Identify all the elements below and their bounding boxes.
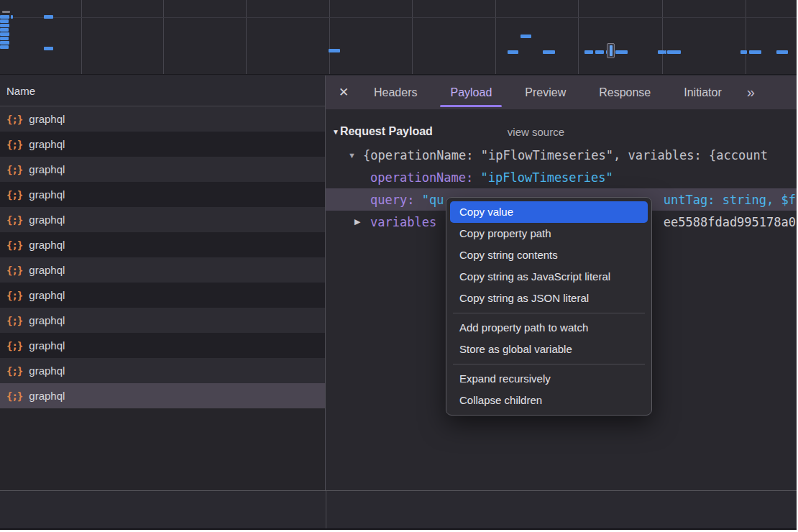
network-activity-bar	[0, 37, 9, 40]
json-request-icon: {;}	[6, 139, 22, 150]
json-request-icon: {;}	[6, 265, 22, 276]
menu-item-store-as-global-variable[interactable]: Store as global variable	[450, 339, 648, 360]
overview-marker-bar	[610, 45, 613, 56]
menu-item-expand-recursively[interactable]: Expand recursively	[450, 368, 648, 390]
overview-gridline	[662, 0, 663, 74]
network-overview-pane[interactable]	[0, 0, 797, 75]
request-row[interactable]: {;}graphql	[0, 308, 325, 333]
network-activity-bar	[740, 50, 747, 54]
request-name: graphql	[29, 163, 65, 175]
network-main-split: Name {;}graphql{;}graphql{;}graphql{;}gr…	[0, 75, 797, 490]
json-request-icon: {;}	[6, 114, 22, 125]
context-menu: Copy valueCopy property pathCopy string …	[446, 197, 652, 416]
network-activity-bar	[658, 50, 664, 54]
request-row[interactable]: {;}graphql	[0, 182, 325, 207]
json-request-icon: {;}	[6, 189, 22, 201]
menu-item-copy-property-path[interactable]: Copy property path	[450, 223, 648, 244]
request-row[interactable]: {;}graphql	[0, 207, 325, 232]
json-request-icon: {;}	[6, 390, 22, 402]
request-row[interactable]: {;}graphql	[0, 333, 325, 358]
request-row[interactable]: {;}graphql	[0, 257, 325, 283]
request-name: graphql	[29, 390, 65, 402]
overview-gridline	[0, 17, 797, 18]
overview-gridline	[163, 0, 164, 74]
request-row[interactable]: {;}graphql	[0, 283, 325, 308]
tab-list: HeadersPayloadPreviewResponseInitiator	[357, 75, 738, 109]
request-row[interactable]: {;}graphql	[0, 157, 325, 182]
overview-gray-bar	[2, 11, 10, 13]
network-activity-bar	[520, 35, 531, 38]
close-icon[interactable]: ✕	[339, 85, 357, 100]
tab-payload[interactable]: Payload	[439, 75, 503, 109]
overview-gridline	[412, 0, 413, 74]
json-request-icon: {;}	[6, 315, 22, 326]
tab-response[interactable]: Response	[587, 75, 662, 109]
menu-item-add-property-path-to-watch[interactable]: Add property path to watch	[450, 317, 648, 339]
tree-root-row[interactable]: ▼ {operationName: "ipFlowTimeseries", va…	[326, 144, 797, 166]
json-request-icon: {;}	[6, 164, 22, 175]
request-row[interactable]: {;}graphql	[0, 232, 325, 257]
network-activity-bar	[0, 45, 9, 49]
window-bottom-edge	[0, 528, 797, 530]
network-activity-bar	[543, 50, 555, 54]
network-activity-bar	[749, 50, 761, 54]
request-name: graphql	[29, 289, 65, 301]
tree-key: variables	[370, 215, 436, 229]
menu-item-copy-string-as-json-literal[interactable]: Copy string as JSON literal	[450, 288, 648, 309]
json-request-icon: {;}	[6, 214, 22, 226]
overview-gridline	[746, 0, 746, 74]
tree-row-operation-name[interactable]: operationName: "ipFlowTimeseries"	[326, 166, 797, 188]
request-name: graphql	[29, 214, 65, 226]
network-activity-bar	[595, 50, 604, 54]
tree-string-value: "ipFlowTimeseries"	[481, 170, 613, 185]
network-activity-bar	[584, 50, 593, 54]
request-row[interactable]: {;}graphql	[0, 358, 325, 383]
request-name: graphql	[29, 188, 65, 201]
network-activity-bar	[0, 28, 9, 32]
tree-key: operationName:	[370, 170, 481, 185]
menu-item-copy-string-as-javascript-literal[interactable]: Copy string as JavaScript literal	[450, 266, 648, 288]
collapsed-arrow-icon: ▶	[354, 217, 370, 226]
tab-initiator[interactable]: Initiator	[672, 75, 733, 109]
network-activity-bar	[0, 41, 9, 45]
network-activity-bar	[667, 50, 681, 54]
json-request-icon: {;}	[6, 239, 22, 251]
network-activity-bar	[44, 47, 53, 50]
json-request-icon: {;}	[6, 290, 22, 301]
network-activity-bar	[0, 19, 9, 23]
request-list: {;}graphql{;}graphql{;}graphql{;}graphql…	[0, 106, 325, 408]
request-row[interactable]: {;}graphql	[0, 383, 325, 408]
request-row[interactable]: {;}graphql	[0, 132, 325, 157]
details-tabbar: ✕ HeadersPayloadPreviewResponseInitiator…	[326, 75, 797, 109]
name-column-label: Name	[6, 85, 35, 97]
network-activity-bar	[44, 15, 53, 19]
menu-item-copy-value[interactable]: Copy value	[450, 201, 648, 223]
request-name: graphql	[29, 239, 65, 251]
tab-headers[interactable]: Headers	[362, 75, 428, 109]
request-row[interactable]: {;}graphql	[0, 106, 325, 132]
section-title: Request Payload	[340, 125, 433, 138]
view-source-link[interactable]: view source	[508, 126, 564, 138]
tree-key: query:	[370, 193, 422, 207]
network-activity-bar	[0, 32, 9, 36]
overview-gridline	[329, 0, 330, 74]
network-activity-bar	[11, 15, 13, 19]
request-payload-section-header[interactable]: ▼ Request Payload view source	[326, 119, 797, 144]
tree-root-preview: {operationName: "ipFlowTimeseries", vari…	[363, 148, 768, 162]
menu-separator	[453, 313, 645, 313]
network-activity-bar	[0, 15, 9, 19]
request-name: graphql	[29, 314, 65, 326]
menu-item-collapse-children[interactable]: Collapse children	[450, 390, 648, 411]
overview-gridline	[81, 0, 82, 74]
json-request-icon: {;}	[6, 365, 22, 377]
network-activity-bar	[0, 24, 9, 27]
network-activity-bar	[615, 50, 628, 54]
tree-string-value-continuation: untTag: string, $f	[664, 193, 796, 207]
tab-preview[interactable]: Preview	[513, 75, 577, 109]
name-column-header[interactable]: Name	[0, 75, 325, 106]
more-tabs-icon[interactable]: »	[747, 84, 753, 101]
menu-item-copy-string-contents[interactable]: Copy string contents	[450, 244, 648, 266]
panel-divider[interactable]	[326, 491, 326, 528]
request-name: graphql	[29, 113, 65, 125]
overview-gridline	[578, 0, 579, 74]
